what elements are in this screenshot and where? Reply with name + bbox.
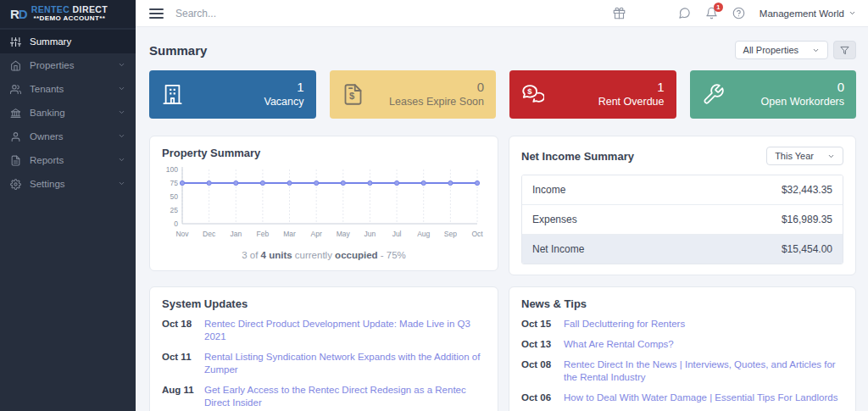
period-select[interactable]: This Year <box>766 147 843 165</box>
leases-expire-count: 0 <box>389 80 484 96</box>
sidebar-menu: Summary Properties Tenants Banking Owner… <box>0 28 136 196</box>
chevron-down-icon <box>812 47 820 54</box>
svg-text:50: 50 <box>170 192 179 201</box>
open-workorders-count: 0 <box>761 80 844 96</box>
income-label: Income <box>532 184 565 196</box>
news-item: Oct 15 Fall Decluttering for Renters <box>521 318 843 330</box>
svg-text:Nov: Nov <box>175 230 189 238</box>
svg-text:Oct: Oct <box>471 230 483 238</box>
chevron-down-icon <box>118 60 125 70</box>
topbar: 1 Management World <box>136 0 868 27</box>
news-tips-card: News & Tips Oct 15 Fall Decluttering for… <box>509 286 856 411</box>
sidebar-item-owners[interactable]: Owners <box>0 125 136 148</box>
sidebar-item-label: Banking <box>30 108 65 118</box>
account-name: Management World <box>760 8 844 19</box>
lease-document-icon: $ <box>342 83 364 106</box>
news-link[interactable]: What Are Rental Comps? <box>564 338 674 351</box>
sliders-icon <box>10 36 21 47</box>
sidebar-item-summary[interactable]: Summary <box>0 30 136 53</box>
occupancy-caption: 3 of 4 units currently occupied - 75% <box>162 250 486 260</box>
income-value: $32,443.35 <box>782 184 832 196</box>
hamburger-menu-icon[interactable] <box>147 7 165 20</box>
property-filter-value: All Properties <box>743 45 798 55</box>
system-updates-title: System Updates <box>162 297 486 310</box>
svg-text:Apr: Apr <box>311 230 322 238</box>
leases-expire-card[interactable]: $ 0 Leases Expire Soon <box>330 70 497 119</box>
net-income-title: Net Income Summary <box>521 150 634 163</box>
news-link[interactable]: How to Deal With Water Damage | Essentia… <box>564 392 837 404</box>
news-tips-title: News & Tips <box>521 297 843 310</box>
sidebar-item-label: Settings <box>30 179 65 189</box>
svg-text:Sep: Sep <box>444 230 457 238</box>
svg-text:Jun: Jun <box>364 230 376 238</box>
sidebar-item-label: Tenants <box>30 84 64 94</box>
sidebar-item-reports[interactable]: Reports <box>0 148 136 172</box>
app-window: RD RENTEC DIRECT **DEMO ACCOUNT** Summar… <box>0 0 868 411</box>
gear-icon <box>10 179 21 190</box>
expenses-row: Expenses $16,989.35 <box>522 204 843 234</box>
news-date: Oct 08 <box>521 358 554 384</box>
vacancy-card[interactable]: 1 Vacancy <box>149 70 316 119</box>
funnel-icon <box>840 46 849 55</box>
sidebar-item-tenants[interactable]: Tenants <box>0 77 136 101</box>
gift-icon[interactable] <box>613 7 626 19</box>
chat-icon[interactable] <box>678 7 691 19</box>
svg-text:Jul: Jul <box>392 230 402 238</box>
update-date: Oct 11 <box>162 351 194 376</box>
svg-text:Jan: Jan <box>230 230 242 238</box>
sidebar-item-settings[interactable]: Settings <box>0 172 136 196</box>
sidebar-item-properties[interactable]: Properties <box>0 53 136 77</box>
account-menu[interactable]: Management World <box>760 8 856 19</box>
period-value: This Year <box>775 151 814 161</box>
sidebar-item-label: Reports <box>30 155 64 165</box>
open-workorders-label: Open Workorders <box>761 96 844 109</box>
net-income-table: Income $32,443.35 Expenses $16,989.35 Ne… <box>521 175 843 264</box>
property-summary-card: Property Summary NovDecJanFebMarAprMayJu… <box>149 136 498 271</box>
wrench-icon <box>702 83 725 106</box>
svg-text:0: 0 <box>174 219 178 228</box>
search-input[interactable] <box>175 8 430 19</box>
rent-overdue-card[interactable]: $ 1 Rent Overdue <box>509 70 676 119</box>
filter-button[interactable] <box>833 41 856 59</box>
bell-icon[interactable]: 1 <box>705 7 718 19</box>
content: Summary All Properties 1 <box>136 27 868 411</box>
open-workorders-card[interactable]: 0 Open Workorders <box>690 70 857 119</box>
svg-text:100: 100 <box>166 165 178 174</box>
news-link[interactable]: Fall Decluttering for Renters <box>564 318 685 330</box>
sidebar-item-banking[interactable]: Banking <box>0 101 136 125</box>
net-income-label: Net Income <box>532 243 584 255</box>
vacancy-label: Vacancy <box>264 96 303 109</box>
chevron-down-icon <box>118 84 125 94</box>
news-date: Oct 13 <box>521 338 554 351</box>
svg-text:Feb: Feb <box>257 230 270 238</box>
news-link[interactable]: Rentec Direct In the News | Interviews, … <box>564 358 843 384</box>
update-link[interactable]: Rentec Direct Product Development Update… <box>204 318 486 343</box>
property-occupancy-chart: NovDecJanFebMarAprMayJunJulAugSepOct0255… <box>162 163 486 242</box>
help-icon[interactable] <box>732 7 745 19</box>
chevron-down-icon <box>849 9 856 17</box>
news-item: Oct 06 How to Deal With Water Damage | E… <box>521 392 843 404</box>
sidebar-item-label: Summary <box>30 36 71 47</box>
sidebar: RD RENTEC DIRECT **DEMO ACCOUNT** Summar… <box>0 0 136 411</box>
building-icon <box>161 83 184 106</box>
user-icon <box>10 131 21 142</box>
update-link[interactable]: Rental Listing Syndication Network Expan… <box>204 351 486 376</box>
chevron-down-icon <box>118 108 125 118</box>
stat-cards-row: 1 Vacancy $ 0 Leases Expire Soon $ 1 Ren <box>149 70 856 119</box>
update-item: Aug 11 Get Early Access to the Rentec Di… <box>162 384 486 409</box>
svg-text:Aug: Aug <box>417 230 430 238</box>
svg-text:$: $ <box>349 91 355 101</box>
home-icon <box>10 60 21 71</box>
page-title: Summary <box>149 43 207 58</box>
main-area: 1 Management World Summary All Propertie… <box>136 0 868 411</box>
chevron-down-icon <box>118 131 125 142</box>
news-date: Oct 06 <box>521 392 554 404</box>
news-date: Oct 15 <box>521 318 554 330</box>
property-filter-select[interactable]: All Properties <box>735 41 828 59</box>
chevron-down-icon <box>827 153 835 160</box>
vacancy-count: 1 <box>264 80 303 96</box>
update-link[interactable]: Get Early Access to the Rentec Direct Re… <box>204 384 486 409</box>
leases-expire-label: Leases Expire Soon <box>389 96 484 109</box>
demo-account-label: **DEMO ACCOUNT** <box>31 15 108 23</box>
users-icon <box>10 84 21 95</box>
